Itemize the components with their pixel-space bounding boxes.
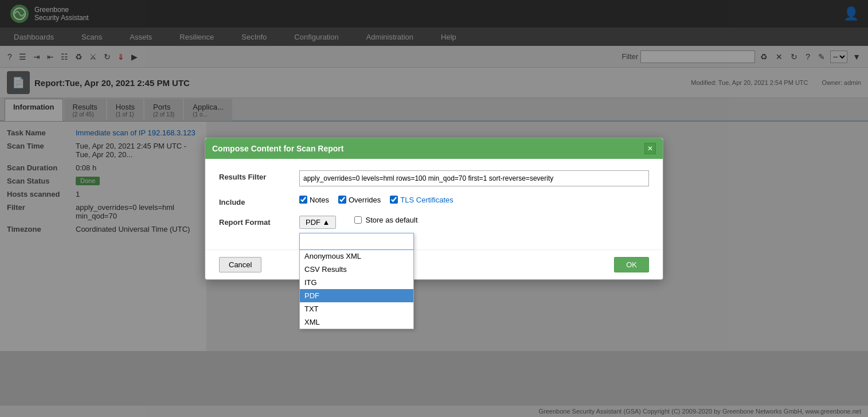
report-format-row: Report Format PDF ▲ Anonymous XML CSV Re…	[219, 216, 649, 229]
format-option-pdf[interactable]: PDF	[300, 289, 413, 302]
modal-footer: Cancel OK	[205, 250, 663, 279]
modal-body: Results Filter Include Notes	[205, 159, 663, 250]
report-format-control: PDF ▲ Anonymous XML CSV Results ITG PDF …	[299, 216, 649, 229]
notes-checkbox-item[interactable]: Notes	[299, 196, 329, 204]
results-filter-row: Results Filter	[219, 170, 649, 186]
format-option-txt[interactable]: TXT	[300, 302, 413, 315]
format-option-anonymous-xml[interactable]: Anonymous XML	[300, 250, 413, 263]
notes-checkbox[interactable]	[299, 196, 307, 204]
store-default-label[interactable]: Store as default	[354, 216, 417, 224]
format-search-input[interactable]	[300, 233, 413, 250]
format-option-csv[interactable]: CSV Results	[300, 263, 413, 276]
results-filter-input[interactable]	[299, 170, 649, 186]
results-filter-control	[299, 170, 649, 186]
include-row: Include Notes Overrides TLS	[219, 196, 649, 206]
modal-dialog: Compose Content for Scan Report ✕ Result…	[205, 138, 663, 280]
tls-label: TLS Certificates	[400, 196, 453, 204]
store-default-text: Store as default	[365, 216, 417, 224]
overrides-checkbox-item[interactable]: Overrides	[338, 196, 381, 204]
include-label: Include	[219, 196, 299, 206]
store-default-checkbox[interactable]	[354, 216, 362, 224]
modal-header: Compose Content for Scan Report ✕	[205, 138, 663, 159]
overrides-checkbox[interactable]	[338, 196, 346, 204]
format-area: PDF ▲ Anonymous XML CSV Results ITG PDF …	[299, 216, 336, 229]
report-format-label: Report Format	[219, 216, 299, 227]
modal-close-button[interactable]: ✕	[644, 143, 656, 154]
tls-checkbox-item[interactable]: TLS Certificates	[390, 196, 453, 204]
tls-checkbox[interactable]	[390, 196, 398, 204]
overrides-label: Overrides	[349, 196, 381, 204]
include-checkboxes: Notes Overrides TLS Certificates	[299, 196, 649, 204]
results-filter-label: Results Filter	[219, 170, 299, 181]
format-dropdown: Anonymous XML CSV Results ITG PDF TXT XM…	[299, 233, 414, 329]
format-option-itg[interactable]: ITG	[300, 276, 413, 289]
format-option-xml[interactable]: XML	[300, 315, 413, 329]
modal-title: Compose Content for Scan Report	[212, 144, 343, 153]
ok-button[interactable]: OK	[614, 257, 649, 272]
cancel-button[interactable]: Cancel	[219, 257, 261, 272]
notes-label: Notes	[310, 196, 329, 204]
format-dropdown-button[interactable]: PDF ▲	[299, 216, 336, 229]
modal-overlay: Compose Content for Scan Report ✕ Result…	[0, 0, 868, 417]
include-control: Notes Overrides TLS Certificates	[299, 196, 649, 204]
